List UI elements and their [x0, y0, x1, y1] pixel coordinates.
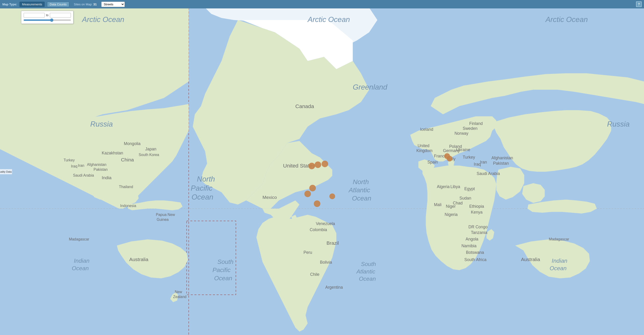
site-marker-eu-2[interactable]: [444, 153, 450, 159]
label-turkey-left: Turkey: [64, 158, 75, 162]
label-ethiopia: Ethiopia: [469, 204, 484, 209]
label-china-left: China: [121, 157, 134, 162]
label-png-left: Papua New: [156, 213, 175, 217]
world-map: Arctic Ocean Arctic Ocean Arctic Ocean G…: [0, 8, 644, 335]
svg-text:Ocean: Ocean: [214, 275, 232, 282]
label-angola: Angola: [466, 237, 478, 242]
date-to-input[interactable]: 2015-11-14: [50, 13, 71, 18]
label-kazakhstan-left: Kazakhstan: [102, 151, 123, 155]
date-filter-box: 2015-11-01 to 2015-11-14: [21, 11, 74, 24]
label-spain: Spain: [427, 160, 438, 164]
label-botswana: Botswana: [466, 250, 484, 255]
map-type-label: Map Type:: [2, 2, 17, 6]
label-south-atlantic: South: [361, 261, 376, 267]
map-container: Arctic Ocean Arctic Ocean Arctic Ocean G…: [0, 8, 644, 335]
date-row: 2015-11-01 to 2015-11-14: [24, 13, 71, 18]
label-s-korea-left: South Korea: [138, 153, 159, 157]
label-arctic-ocean-left: Arctic Ocean: [82, 15, 124, 24]
label-pakistan-left: Pakistan: [94, 168, 108, 172]
site-marker-4[interactable]: [309, 185, 316, 191]
svg-text:Ocean: Ocean: [550, 265, 566, 271]
label-brazil: Brazil: [326, 240, 339, 246]
label-south-pacific: South: [218, 258, 234, 265]
label-russia-left: Russia: [90, 120, 113, 128]
svg-text:Zealand: Zealand: [173, 295, 186, 299]
label-namibia: Namibia: [462, 244, 477, 248]
label-dr-congo: DR Congo: [468, 224, 488, 229]
vertical-label: Air Quality Data: [0, 169, 12, 174]
site-marker-1[interactable]: [308, 162, 315, 169]
label-russia-right: Russia: [607, 120, 630, 128]
svg-text:Ocean: Ocean: [359, 276, 376, 282]
date-range-slider[interactable]: [24, 20, 71, 21]
label-north-atlantic: North: [353, 178, 369, 186]
label-south-africa: South Africa: [464, 257, 486, 262]
site-marker-7[interactable]: [330, 194, 335, 199]
label-new-zealand: New: [175, 290, 182, 294]
label-peru: Peru: [304, 250, 312, 255]
label-tanzania: Tanzania: [471, 230, 487, 235]
label-nigeria: Nigeria: [444, 212, 458, 217]
label-indian-ocean-right: Indian: [552, 258, 568, 264]
site-marker-2[interactable]: [314, 162, 321, 168]
label-afghanistan-eu: Afghanistan: [492, 156, 513, 160]
svg-text:Ocean: Ocean: [192, 193, 214, 201]
svg-text:Atlantic: Atlantic: [356, 268, 375, 275]
label-finland: Finland: [469, 121, 482, 126]
site-marker-6[interactable]: [314, 200, 320, 207]
label-madagascar-left: Madagascar: [69, 237, 89, 241]
label-ukraine: Ukraine: [456, 148, 470, 152]
label-north-pacific: North: [197, 175, 215, 183]
date-from-input[interactable]: 2015-11-01: [24, 13, 45, 18]
label-bolivia: Bolivia: [320, 260, 332, 264]
label-greenland: Greenland: [353, 83, 388, 91]
label-pakistan-eu: Pakistan: [493, 161, 509, 166]
label-sweden: Sweden: [463, 126, 478, 131]
sites-label: Sites on Map: 31: [74, 2, 97, 6]
label-saudi-left: Saudi Arabia: [73, 173, 94, 177]
svg-text:Kingdom: Kingdom: [416, 148, 432, 153]
label-chile: Chile: [310, 272, 320, 277]
label-australia-left: Australia: [129, 257, 148, 262]
label-afghanistan-left: Afghanistan: [87, 162, 106, 166]
tab-measurements[interactable]: Measurements: [20, 2, 45, 7]
svg-text:Pacific: Pacific: [191, 184, 212, 192]
site-marker-3[interactable]: [322, 161, 328, 167]
label-kenya: Kenya: [471, 210, 482, 214]
label-madagascar-right: Madagascar: [549, 237, 569, 241]
label-iran-eu: Iran: [480, 160, 487, 164]
label-libya: Libya: [450, 184, 460, 189]
label-argentina: Argentina: [325, 285, 343, 290]
svg-text:Atlantic: Atlantic: [348, 186, 370, 194]
label-sudan: Sudan: [459, 196, 471, 200]
label-japan-left: Japan: [145, 147, 156, 151]
svg-text:Pacific: Pacific: [212, 266, 230, 274]
label-iran-left: Iran: [78, 164, 84, 168]
label-turkey-eu: Turkey: [463, 155, 475, 160]
help-button[interactable]: ?: [636, 2, 642, 7]
site-marker-5[interactable]: [304, 191, 311, 197]
tab-data-counts[interactable]: Data Counts: [47, 2, 69, 7]
svg-text:Ocean: Ocean: [72, 265, 89, 271]
label-india-left: India: [102, 175, 112, 180]
label-thailand-left: Thailand: [119, 185, 133, 189]
svg-text:Ocean: Ocean: [352, 195, 372, 202]
label-australia-right: Australia: [521, 257, 540, 262]
label-mongolia-left: Mongolia: [124, 141, 140, 146]
label-arctic-ocean-mid: Arctic Ocean: [307, 15, 350, 24]
label-indonesia-left: Indonesia: [120, 204, 136, 208]
label-arctic-ocean-right: Arctic Ocean: [545, 15, 588, 24]
sites-count: 31: [93, 2, 97, 6]
label-united-kingdom: United: [418, 144, 430, 148]
map-style-select[interactable]: Streets Satellite Terrain: [101, 2, 125, 7]
label-chad: Chad: [453, 201, 463, 206]
label-venezuela: Venezuela: [316, 221, 335, 226]
svg-text:Guinea: Guinea: [157, 218, 169, 222]
label-algeria: Algeria: [437, 184, 450, 189]
label-egypt: Egypt: [464, 186, 475, 191]
date-separator: to: [46, 14, 48, 17]
label-canada: Canada: [295, 103, 314, 109]
label-indian-ocean-left: Indian: [74, 258, 90, 264]
label-colombia: Colombia: [310, 228, 327, 232]
label-iraq-left: Iraq: [71, 164, 77, 168]
